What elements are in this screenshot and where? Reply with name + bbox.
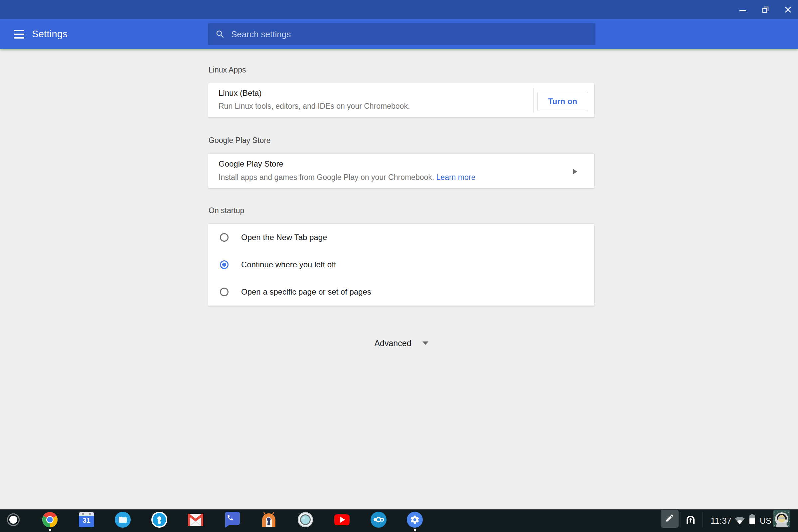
voice-icon [224,512,240,528]
linux-beta-subtitle: Run Linux tools, editors, and IDEs on yo… [219,102,410,111]
turn-on-button[interactable]: Turn on [537,92,588,111]
chrome-icon [42,512,58,528]
files-icon [115,512,131,528]
settings-gear-icon [407,512,423,528]
settings-active-indicator [414,529,416,531]
caret-down-icon [423,341,428,345]
gmail-app-button[interactable] [188,512,204,528]
gmail-icon [188,514,203,526]
google-play-card[interactable]: Google Play Store Install apps and games… [208,153,595,188]
window-titlebar [0,0,798,19]
linux-beta-title: Linux (Beta) [219,89,261,98]
radio-icon[interactable] [220,233,228,242]
camera-lens-icon [297,512,313,528]
nextcloud-icon [371,512,387,528]
shelf: 31 [0,509,798,532]
wifi-status[interactable] [735,516,745,525]
restore-icon [761,6,769,14]
minimize-button[interactable] [736,3,750,17]
stylus-tools-button[interactable] [661,510,679,528]
minimize-icon [739,6,746,13]
search-input[interactable] [231,29,591,40]
vpn-status-button[interactable] [685,514,697,526]
tray-divider [681,512,681,527]
section-label-google-play: Google Play Store [208,136,594,145]
google-play-subtitle: Install apps and games from Google Play … [219,173,475,182]
youtube-app-button[interactable] [334,512,350,528]
settings-app-button[interactable] [407,512,423,528]
search-icon [215,29,225,39]
page-title: Settings [32,19,68,49]
launcher-button[interactable] [5,512,21,528]
section-label-linux-apps: Linux Apps [208,65,594,75]
battery-status[interactable] [749,515,755,524]
files-app-button[interactable] [115,512,131,528]
calendar-app-button[interactable]: 31 [78,512,94,528]
openvpn-app-button[interactable] [261,512,277,528]
tray-divider [703,512,703,527]
vpn-arch-icon [685,514,696,525]
chrome-app-button[interactable] [42,512,58,528]
wifi-icon [735,516,745,524]
startup-option-specific-pages[interactable]: Open a specific page or set of pages [208,278,594,306]
chromeos-screen: Settings Linux Apps Linux (Beta) Run Lin… [0,0,798,532]
keyhole-lock-icon [151,512,167,528]
settings-header: Settings [0,19,798,49]
menu-button[interactable] [14,30,25,39]
advanced-label: Advanced [374,339,411,348]
linux-beta-card: Linux (Beta) Run Linux tools, editors, a… [208,83,595,117]
launcher-icon [7,513,20,526]
lock-app-button[interactable] [151,512,167,528]
startup-option-new-tab[interactable]: Open the New Tab page [208,224,594,251]
google-play-title: Google Play Store [219,159,283,169]
hamburger-icon [14,30,24,31]
learn-more-link[interactable]: Learn more [437,173,476,182]
openvpn-icon [261,512,277,527]
radio-icon[interactable] [220,288,228,296]
nextcloud-app-button[interactable] [371,512,387,528]
section-label-on-startup: On startup [208,206,594,215]
chevron-right-icon [573,169,577,174]
clock[interactable]: 11:37 [710,509,731,532]
advanced-button[interactable]: Advanced [208,336,595,350]
calendar-icon: 31 [79,512,94,527]
chrome-active-indicator [49,529,51,531]
camera-app-button[interactable] [297,512,313,528]
youtube-icon [334,514,350,525]
card-divider [533,88,534,113]
google-voice-app-button[interactable] [224,512,240,528]
user-avatar[interactable] [773,510,790,527]
startup-option-continue[interactable]: Continue where you left off [208,251,594,278]
pen-icon [665,513,674,524]
on-startup-card: Open the New Tab page Continue where you… [208,224,595,306]
search-box[interactable] [208,23,595,45]
radio-icon[interactable] [220,260,228,269]
close-button[interactable] [781,3,795,17]
restore-button[interactable] [758,3,773,17]
close-icon [784,6,792,13]
keyboard-layout-indicator[interactable]: US [760,509,772,532]
